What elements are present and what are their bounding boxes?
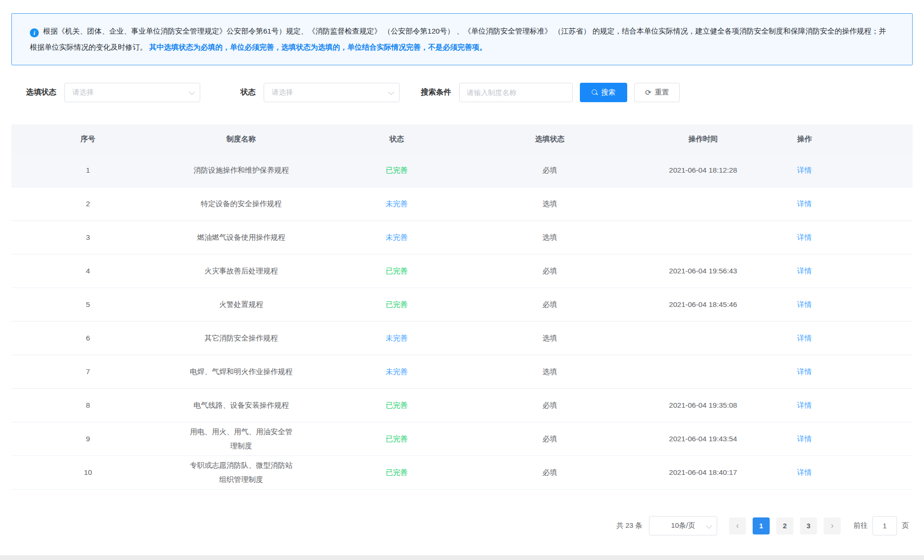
cell-index: 2 xyxy=(11,197,165,211)
cell-time: 2021-06-04 19:35:08 xyxy=(624,398,782,412)
filter-bar: 选填状态 请选择 状态 请选择 搜索条件 搜索 ⟳ 重置 xyxy=(11,83,913,102)
cell-index: 3 xyxy=(11,230,165,245)
cell-status: 未完善 xyxy=(318,197,475,211)
table-row: 1 消防设施操作和维护保养规程 已完善 必填 2021-06-04 18:12:… xyxy=(11,154,913,187)
reset-button-label: 重置 xyxy=(655,88,669,97)
page-size-select[interactable]: 10条/页 xyxy=(649,516,717,535)
chevron-down-icon xyxy=(706,523,712,529)
cell-index: 6 xyxy=(11,331,165,345)
cell-status: 已完善 xyxy=(318,465,475,480)
info-icon: i xyxy=(30,28,39,37)
status-label: 状态 xyxy=(240,88,256,97)
page-button-3[interactable]: 3 xyxy=(800,517,817,534)
detail-link[interactable]: 详情 xyxy=(797,368,812,376)
reset-button[interactable]: ⟳ 重置 xyxy=(634,83,680,102)
col-header-time: 操作时间 xyxy=(624,134,782,144)
cell-name: 燃油燃气设备使用操作规程 xyxy=(165,230,318,245)
detail-link[interactable]: 详情 xyxy=(797,267,812,275)
search-input[interactable] xyxy=(459,83,573,102)
chevron-down-icon xyxy=(189,89,195,95)
cell-required: 必填 xyxy=(476,432,624,446)
cell-index: 7 xyxy=(11,365,165,379)
detail-link[interactable]: 详情 xyxy=(797,233,812,241)
col-header-action: 操作 xyxy=(782,134,913,144)
goto-label: 前往 xyxy=(853,521,868,530)
cell-time: 2021-06-04 18:12:28 xyxy=(624,163,782,177)
refresh-icon: ⟳ xyxy=(645,89,651,96)
cell-name: 消防设施操作和维护保养规程 xyxy=(165,163,318,177)
goto-page: 前往 页 xyxy=(853,516,909,535)
cell-required: 选填 xyxy=(476,331,624,345)
goto-page-input[interactable] xyxy=(872,516,897,535)
table-row: 2 特定设备的安全操作规程 未完善 选填 详情 xyxy=(11,187,913,221)
cell-status: 未完善 xyxy=(318,230,475,245)
cell-time: 2021-06-04 18:40:17 xyxy=(624,465,782,480)
page-size-value: 10条/页 xyxy=(671,521,695,530)
banner-highlight-text: 其中选填状态为必填的，单位必须完善，选填状态为选填的，单位结合实际情况完善，不是… xyxy=(149,43,487,51)
cell-name: 火灾事故善后处理规程 xyxy=(165,264,318,278)
col-header-index: 序号 xyxy=(11,134,165,144)
cell-name: 专职或志愿消防队、微型消防站组织管理制度 xyxy=(165,458,318,487)
cell-name: 特定设备的安全操作规程 xyxy=(165,197,318,211)
detail-link[interactable]: 详情 xyxy=(797,468,812,476)
cell-required: 必填 xyxy=(476,298,624,312)
detail-link[interactable]: 详情 xyxy=(797,334,812,342)
cell-required: 选填 xyxy=(476,365,624,379)
cell-index: 4 xyxy=(11,264,165,278)
detail-link[interactable]: 详情 xyxy=(797,300,812,308)
table-row: 3 燃油燃气设备使用操作规程 未完善 选填 详情 xyxy=(11,221,913,254)
col-header-status: 状态 xyxy=(318,134,475,144)
page-button-2[interactable]: 2 xyxy=(776,517,793,534)
chevron-down-icon xyxy=(388,89,394,95)
col-header-name: 制度名称 xyxy=(165,134,318,144)
cell-index: 9 xyxy=(11,432,165,446)
regulation-table: 序号 制度名称 状态 选填状态 操作时间 操作 1 消防设施操作和维护保养规程 … xyxy=(11,124,913,490)
search-button-label: 搜索 xyxy=(601,88,615,97)
cell-required: 必填 xyxy=(476,264,624,278)
cell-index: 1 xyxy=(11,163,165,177)
optional-status-placeholder: 请选择 xyxy=(72,88,94,97)
next-page-button[interactable]: › xyxy=(824,517,841,534)
status-select[interactable]: 请选择 xyxy=(264,83,400,102)
page-button-1[interactable]: 1 xyxy=(753,517,770,534)
cell-required: 选填 xyxy=(476,230,624,245)
cell-required: 必填 xyxy=(476,163,624,177)
cell-time: 2021-06-04 19:43:54 xyxy=(624,432,782,446)
optional-status-select[interactable]: 请选择 xyxy=(64,83,200,102)
goto-suffix: 页 xyxy=(902,521,909,530)
table-row: 6 其它消防安全操作规程 未完善 选填 详情 xyxy=(11,322,913,355)
search-button[interactable]: 搜索 xyxy=(580,83,627,102)
cell-name: 用电、用火、用气、用油安全管理制度 xyxy=(165,425,318,453)
detail-link[interactable]: 详情 xyxy=(797,435,812,443)
col-header-required: 选填状态 xyxy=(476,134,624,144)
pagination: 共 23 条 10条/页 ‹ 1 2 3 › 前往 页 xyxy=(11,516,913,535)
page: i根据《机关、团体、企业、事业单位消防安全管理规定》公安部令第61号）规定、《消… xyxy=(0,0,924,560)
table-row: 4 火灾事故善后处理规程 已完善 必填 2021-06-04 19:56:43 … xyxy=(11,254,913,288)
table-row: 8 电气线路、设备安装操作规程 已完善 必填 2021-06-04 19:35:… xyxy=(11,389,913,422)
detail-link[interactable]: 详情 xyxy=(797,401,812,409)
optional-status-label: 选填状态 xyxy=(26,88,56,97)
detail-link[interactable]: 详情 xyxy=(797,200,812,208)
cell-status: 未完善 xyxy=(318,365,475,379)
cell-status: 已完善 xyxy=(318,432,475,446)
cell-required: 选填 xyxy=(476,197,624,211)
cell-name: 其它消防安全操作规程 xyxy=(165,331,318,345)
cell-name: 电气线路、设备安装操作规程 xyxy=(165,398,318,412)
search-condition-label: 搜索条件 xyxy=(421,88,451,97)
table-row: 5 火警处置规程 已完善 必填 2021-06-04 18:45:46 详情 xyxy=(11,288,913,322)
cell-required: 必填 xyxy=(476,398,624,412)
cell-status: 未完善 xyxy=(318,331,475,345)
cell-name: 电焊、气焊和明火作业操作规程 xyxy=(165,365,318,379)
cell-index: 8 xyxy=(11,398,165,412)
cell-time: 2021-06-04 19:56:43 xyxy=(624,264,782,278)
page-bottom-strip xyxy=(0,555,924,560)
table-header-row: 序号 制度名称 状态 选填状态 操作时间 操作 xyxy=(11,124,913,154)
cell-status: 已完善 xyxy=(318,298,475,312)
table-row: 7 电焊、气焊和明火作业操作规程 未完善 选填 详情 xyxy=(11,355,913,389)
search-icon xyxy=(592,89,598,96)
table-row: 9 用电、用火、用气、用油安全管理制度 已完善 必填 2021-06-04 19… xyxy=(11,422,913,456)
cell-index: 5 xyxy=(11,298,165,312)
prev-page-button[interactable]: ‹ xyxy=(729,517,746,534)
detail-link[interactable]: 详情 xyxy=(797,166,812,174)
cell-name: 火警处置规程 xyxy=(165,298,318,312)
